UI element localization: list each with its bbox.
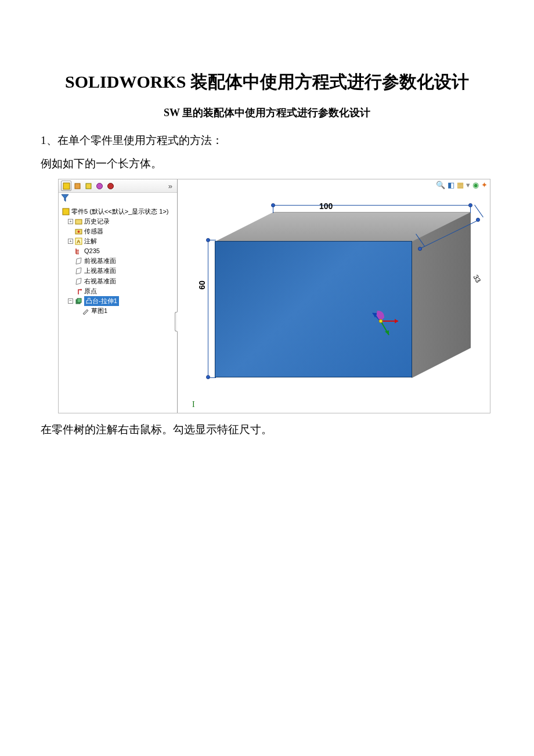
dimension-depth[interactable]: 33 bbox=[471, 273, 482, 285]
dim-ext-line bbox=[470, 205, 471, 213]
tree-sketch-label: 草图1 bbox=[91, 306, 107, 316]
dropdown-icon[interactable]: ▾ bbox=[466, 181, 470, 189]
zoom-fit-icon[interactable]: 🔍 bbox=[436, 181, 445, 189]
tree-annotation[interactable]: + A 注解 bbox=[62, 236, 177, 246]
display-style-icon[interactable]: ▦ bbox=[457, 181, 464, 189]
tree-right-label: 右视基准面 bbox=[84, 276, 116, 286]
tree-annotation-label: 注解 bbox=[84, 236, 97, 246]
graphics-viewport[interactable]: 🔍 ◧ ▦ ▾ ◉ ✦ www.bdocx.com I 100 bbox=[178, 179, 490, 413]
tree-spacer bbox=[68, 229, 73, 234]
tab-strip: » bbox=[59, 179, 177, 193]
dimension-60[interactable]: 60 bbox=[197, 280, 207, 290]
paragraph-1: 1、在单个零件里使用方程式的方法： bbox=[41, 130, 493, 151]
config-tab-icon[interactable] bbox=[83, 181, 93, 191]
tree-right-plane[interactable]: 右视基准面 bbox=[62, 276, 177, 286]
material-icon bbox=[75, 247, 82, 255]
dim-ext-line bbox=[474, 205, 484, 218]
tree-root-label: 零件5 (默认<<默认>_显示状态 1>) bbox=[71, 207, 169, 217]
svg-text:A: A bbox=[77, 239, 81, 244]
paragraph-2: 例如如下的一个长方体。 bbox=[41, 153, 493, 174]
text-caret: I bbox=[192, 400, 195, 409]
svg-marker-14 bbox=[395, 319, 398, 323]
dim-line-60 bbox=[208, 240, 208, 377]
svg-marker-16 bbox=[385, 330, 389, 335]
tree-origin-label: 原点 bbox=[84, 286, 97, 296]
scene-icon[interactable]: ◉ bbox=[472, 181, 479, 189]
dimension-100[interactable]: 100 bbox=[319, 201, 333, 211]
filter-row bbox=[59, 193, 177, 206]
annotation-icon: A bbox=[75, 237, 82, 245]
tree-sensor-label: 传感器 bbox=[84, 226, 103, 236]
tree-top-label: 上视基准面 bbox=[84, 266, 116, 276]
feature-manager-panel: » 零件5 (默认<<默认>_显示状态 1>) + 历史记录 传感器 + A bbox=[59, 179, 178, 413]
appearance-icon[interactable]: ✦ bbox=[481, 181, 488, 189]
tree-material[interactable]: Q235 bbox=[62, 246, 177, 256]
tree-origin[interactable]: 原点 bbox=[62, 286, 177, 296]
svg-rect-12 bbox=[77, 298, 81, 303]
tree-sketch[interactable]: 草图1 bbox=[62, 306, 177, 316]
svg-rect-2 bbox=[86, 183, 91, 189]
filter-icon[interactable] bbox=[61, 194, 69, 202]
view-icon[interactable]: ◧ bbox=[448, 181, 454, 189]
part-icon bbox=[62, 208, 70, 215]
svg-rect-6 bbox=[75, 219, 82, 224]
cuboid-model[interactable]: 100 60 33 bbox=[215, 205, 488, 397]
svg-rect-1 bbox=[75, 183, 80, 189]
dim-ext-line bbox=[208, 240, 216, 240]
dim-endpoint[interactable] bbox=[476, 218, 480, 222]
expand-icon[interactable]: + bbox=[68, 239, 73, 244]
svg-point-19 bbox=[379, 319, 383, 323]
svg-point-8 bbox=[78, 231, 80, 233]
display-tab-icon[interactable] bbox=[105, 181, 116, 191]
viewport-top-icons: 🔍 ◧ ▦ ▾ ◉ ✦ bbox=[436, 181, 488, 189]
dim-ext-line bbox=[208, 377, 216, 378]
tree-spacer bbox=[68, 289, 73, 294]
tree-history-label: 历史记录 bbox=[84, 217, 110, 226]
tree-top-plane[interactable]: 上视基准面 bbox=[62, 266, 177, 276]
property-tab-icon[interactable] bbox=[72, 181, 82, 191]
tree-material-label: Q235 bbox=[84, 246, 100, 256]
dim-line-100 bbox=[273, 205, 470, 206]
tree-history[interactable]: + 历史记录 bbox=[62, 217, 177, 226]
origin-triad-icon bbox=[369, 304, 404, 339]
tree-front-label: 前视基准面 bbox=[84, 256, 116, 266]
paragraph-3: 在零件树的注解右击鼠标。勾选显示特征尺寸。 bbox=[41, 419, 493, 440]
plane-icon bbox=[75, 257, 82, 265]
tree-spacer bbox=[68, 268, 73, 273]
tree-spacer bbox=[68, 279, 73, 284]
tree-front-plane[interactable]: 前视基准面 bbox=[62, 256, 177, 266]
svg-point-4 bbox=[107, 183, 113, 189]
tab-overflow-icon[interactable]: » bbox=[168, 182, 175, 190]
document-subtitle: SW 里的装配体中使用方程式进行参数化设计 bbox=[41, 106, 493, 120]
tree-spacer bbox=[75, 308, 80, 314]
tree-spacer bbox=[68, 258, 73, 264]
tree-sensor[interactable]: 传感器 bbox=[62, 226, 177, 236]
svg-point-3 bbox=[96, 183, 102, 189]
plane-icon bbox=[75, 278, 82, 285]
tree-root[interactable]: 零件5 (默认<<默认>_显示状态 1>) bbox=[62, 207, 177, 217]
svg-rect-5 bbox=[63, 208, 69, 215]
tree-feature-extrude[interactable]: − 凸台-拉伸1 bbox=[62, 296, 177, 306]
svg-rect-0 bbox=[63, 183, 70, 189]
tree-feature-label: 凸台-拉伸1 bbox=[84, 296, 119, 306]
history-icon bbox=[75, 218, 82, 225]
sensor-icon bbox=[75, 228, 82, 235]
origin-icon bbox=[75, 287, 82, 295]
solidworks-screenshot: » 零件5 (默认<<默认>_显示状态 1>) + 历史记录 传感器 + A bbox=[58, 179, 490, 413]
sketch-icon bbox=[82, 307, 89, 315]
dim-ext-line bbox=[273, 205, 273, 213]
tree-spacer bbox=[68, 249, 73, 254]
feature-tree: 零件5 (默认<<默认>_显示状态 1>) + 历史记录 传感器 + A 注解 … bbox=[59, 206, 177, 316]
feature-tree-tab-icon[interactable] bbox=[61, 181, 71, 191]
extrude-icon bbox=[75, 297, 82, 305]
plane-icon bbox=[75, 267, 82, 275]
document-title: SOLIDWORKS 装配体中使用方程式进行参数化设计 bbox=[41, 70, 493, 94]
dimxpert-tab-icon[interactable] bbox=[94, 181, 104, 191]
collapse-icon[interactable]: − bbox=[68, 298, 73, 304]
expand-icon[interactable]: + bbox=[68, 219, 73, 224]
